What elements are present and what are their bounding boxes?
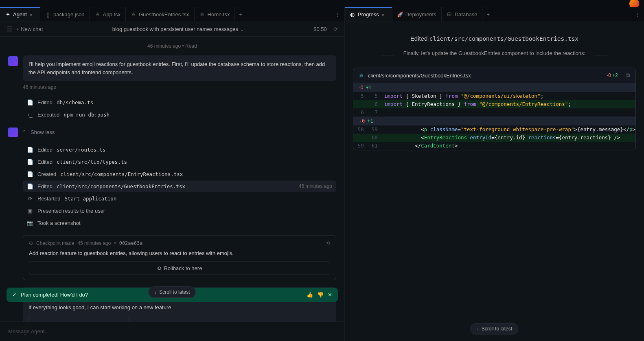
action-row[interactable]: 📄Edited client/src/lib/types.ts [23, 156, 336, 167]
file-icon: 📄 [27, 146, 33, 153]
new-chat-button[interactable]: + New chat [16, 26, 43, 32]
scroll-to-latest-button[interactable]: ↓ Scroll to latest [471, 323, 518, 334]
check-icon: ✓ [12, 292, 17, 298]
action-row[interactable]: ⟳Restarted Start application [23, 193, 336, 204]
scroll-to-latest-button[interactable]: ↓ Scroll to latest [148, 286, 196, 298]
right-tabs: ◐Progress×🚀Deployments⛁Database+⋮ [345, 7, 644, 22]
tab-guestbookentries-tsx[interactable]: ⚛GuestbookEntries.tsx [126, 7, 195, 22]
progress-icon: ◐ [350, 12, 355, 18]
chevron-down-icon[interactable]: ⌄ [240, 26, 244, 32]
restart-icon: ⟳ [27, 195, 33, 202]
thumbs-down-icon[interactable]: 👎 [317, 292, 324, 298]
message-timestamp: 46 minutes ago [23, 84, 336, 90]
agent-avatar-icon [8, 56, 18, 66]
chat-title: blog guestbook with persistent user name… [47, 26, 309, 32]
rocket-icon: 🚀 [397, 12, 403, 18]
add-tab-button[interactable]: + [482, 7, 494, 22]
edit-description: Finally, let's update the GuestbookEntri… [345, 47, 644, 63]
more-icon[interactable]: ⋮ [331, 7, 344, 22]
diff-line: 6import { EntryReactions } from "@/compo… [353, 100, 635, 108]
action-row[interactable]: 📄Edited client/src/components/GuestbookE… [23, 180, 336, 192]
diff-deletions: -0 [607, 73, 611, 78]
file-icon: 📄 [27, 183, 33, 189]
thumbs-up-icon[interactable]: 👍 [307, 292, 313, 298]
db-icon: ⛁ [447, 12, 452, 18]
tab-agent[interactable]: ✦Agent× [0, 7, 40, 22]
collapse-icon[interactable]: ⌃ [22, 129, 26, 135]
action-row[interactable]: 📄Edited server/routes.ts [23, 144, 336, 155]
diff-line: 60 <EntryReactions entryId={entry.id} re… [353, 134, 635, 142]
agent-message: I'll help you implement emoji reactions … [23, 55, 336, 81]
hunk-header: -0+1 [353, 83, 635, 92]
diff-additions: +2 [612, 73, 618, 78]
action-row[interactable]: 📷Took a screenshot [23, 217, 336, 229]
present-icon: ▣ [27, 207, 33, 214]
rollback-button[interactable]: ⟲Rollback to here [29, 262, 330, 275]
file-plus-icon: 📄 [27, 171, 33, 177]
close-icon[interactable]: ✕ [328, 292, 332, 298]
terminal-icon: ›_ [27, 111, 33, 118]
react-icon: ⚛ [199, 12, 205, 18]
hunk-header: -0+1 [353, 117, 635, 125]
sparkle-icon: ✧ [34, 319, 38, 322]
file-icon: 📄 [27, 158, 33, 165]
menu-icon[interactable]: ☰ [7, 25, 12, 33]
tab-home-tsx[interactable]: ⚛Home.tsx [195, 7, 235, 22]
copy-icon[interactable]: ⧉ [626, 72, 630, 79]
close-icon[interactable]: × [381, 12, 387, 18]
tab-app-tsx[interactable]: ⚛App.tsx [90, 7, 126, 22]
checkpoint-card: ⊙ Checkpoint made 45 minutes ago • 002ae… [23, 235, 336, 280]
tab-package-json[interactable]: {}package.json [40, 7, 90, 22]
react-icon: ⚛ [359, 73, 364, 79]
diff-view: ⚛ client/src/components/GuestbookEntries… [353, 68, 636, 150]
action-row[interactable]: ▣Presented results to the user [23, 205, 336, 216]
agent-icon: ✦ [5, 12, 11, 18]
action-row[interactable]: 📄Edited db/schema.ts [23, 97, 336, 108]
checkpoint-made-label: Checkpoint made [36, 240, 74, 246]
edited-file-header: Edited client/src/components/GuestbookEn… [345, 22, 644, 47]
action-row[interactable]: 📄Created client/src/components/EntryReac… [23, 168, 336, 180]
diff-line: 5961 </CardContent> [353, 142, 635, 150]
tab-deployments[interactable]: 🚀Deployments [392, 7, 442, 22]
agent-avatar-icon [8, 128, 18, 137]
diff-line: 67 [353, 108, 635, 117]
checkpoint-timestamp: 45 minutes ago [77, 240, 111, 246]
camera-icon: 📷 [27, 220, 33, 226]
diff-line: 5859 <p className="text-foreground white… [353, 125, 635, 134]
file-icon: 📄 [27, 99, 33, 106]
cost-label: $0.50 [313, 26, 327, 32]
show-less-button[interactable]: Show less [31, 129, 55, 135]
restore-icon[interactable]: ⟲ [326, 240, 330, 246]
commit-icon: ⊙ [29, 240, 33, 246]
more-icon[interactable]: ⋮ [631, 7, 644, 22]
diff-filename: client/src/components/GuestbookEntries.t… [368, 73, 471, 79]
close-icon[interactable]: × [29, 12, 35, 18]
tab-progress[interactable]: ◐Progress× [345, 7, 392, 22]
react-icon: ⚛ [131, 12, 136, 18]
checkpoint-description: Add reaction feature to guestbook entrie… [29, 249, 330, 257]
left-tabs: ✦Agent×{}package.json⚛App.tsx⚛GuestbookE… [0, 7, 344, 22]
react-icon: ⚛ [95, 12, 101, 18]
suggestion-chip[interactable]: ✧ Implement user comment threading [28, 316, 130, 322]
diff-line: 55import { Skeleton } from "@/components… [353, 92, 635, 100]
tab-database[interactable]: ⛁Database [442, 7, 483, 22]
add-tab-button[interactable]: + [235, 7, 246, 22]
action-row[interactable]: ›_Executed npm run db:push [23, 109, 336, 120]
history-icon: ⟲ [157, 265, 161, 271]
message-input[interactable] [7, 325, 338, 338]
refresh-icon[interactable]: ⟳ [333, 26, 338, 32]
json-icon: {} [45, 12, 51, 18]
timestamp: 46 minutes ago • Read [8, 43, 336, 49]
checkpoint-hash: 002ae63a [119, 240, 143, 246]
